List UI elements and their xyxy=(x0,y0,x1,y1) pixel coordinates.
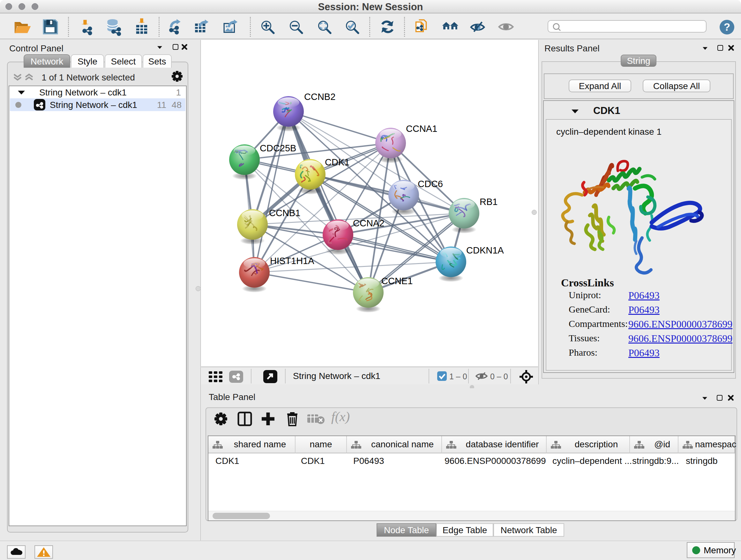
svg-text:CCNE1: CCNE1 xyxy=(381,276,413,286)
svg-text:CDKN1A: CDKN1A xyxy=(466,245,504,255)
svg-text:CDC25B: CDC25B xyxy=(260,143,296,153)
svg-text:RB1: RB1 xyxy=(480,197,497,207)
svg-text:CCNA1: CCNA1 xyxy=(406,124,437,134)
svg-text:CCNA2: CCNA2 xyxy=(353,218,384,228)
svg-text:CDC6: CDC6 xyxy=(418,179,443,189)
svg-text:HIST1H1A: HIST1H1A xyxy=(270,256,314,266)
svg-text:CCNB2: CCNB2 xyxy=(304,91,335,102)
svg-text:CDK1: CDK1 xyxy=(325,157,349,167)
svg-text:CCNB1: CCNB1 xyxy=(269,208,300,218)
